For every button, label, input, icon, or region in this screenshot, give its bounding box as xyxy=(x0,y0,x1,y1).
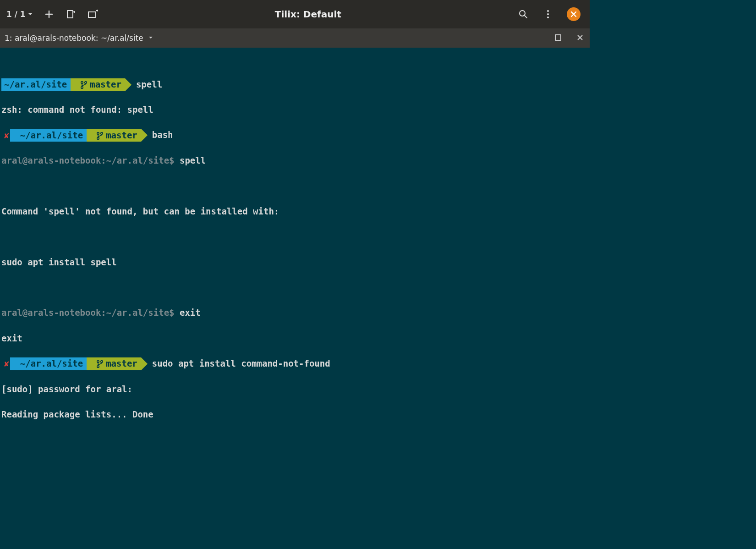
git-branch: master xyxy=(106,129,137,142)
svg-point-6 xyxy=(547,10,549,12)
cwd: ~/ar.al/site xyxy=(4,78,67,91)
maximize-terminal-button[interactable] xyxy=(555,33,561,44)
session-counter[interactable]: 1 / 1 xyxy=(6,9,33,20)
error-mark-icon: ✘ xyxy=(4,358,9,370)
bash-prompt-line: aral@arals-notebook:~/ar.al/site$ exit xyxy=(1,307,588,319)
terminal-tabbar: 1: aral@arals-notebook: ~/ar.al/site xyxy=(0,28,590,48)
add-terminal-down-button[interactable] xyxy=(65,8,77,20)
session-label: 1 / 1 xyxy=(6,9,26,20)
new-session-button[interactable] xyxy=(43,8,55,20)
bash-user: aral@arals-notebook xyxy=(1,155,101,165)
git-branch-icon xyxy=(81,78,87,91)
output-line: sudo apt install spell xyxy=(1,256,588,269)
app-header: 1 / 1 Tilix: Default xyxy=(0,0,590,28)
git-branch: master xyxy=(106,357,137,370)
cwd: ~/ar.al/site xyxy=(20,129,83,142)
close-terminal-button[interactable] xyxy=(577,33,583,44)
command: spell xyxy=(180,155,206,165)
output-line: Reading package lists... Done xyxy=(1,408,588,421)
svg-point-7 xyxy=(547,13,549,15)
bash-cwd: ~/ar.al/site xyxy=(106,307,169,318)
output-line: zsh: command not found: spell xyxy=(1,104,588,116)
close-window-button[interactable] xyxy=(567,7,581,21)
svg-rect-4 xyxy=(88,12,96,17)
command: sudo apt install command-not-found xyxy=(152,358,330,368)
output-line: [sudo] password for aral: xyxy=(1,383,588,396)
svg-rect-3 xyxy=(67,11,73,18)
command: spell xyxy=(136,79,162,89)
prompt-line: ✘~/ar.al/sitemastersudo apt install comm… xyxy=(1,357,588,370)
output-line: exit xyxy=(1,332,588,345)
menu-button[interactable] xyxy=(542,8,554,20)
svg-point-8 xyxy=(547,16,549,18)
prompt-line: ✘~/ar.al/sitemasterbash xyxy=(1,129,588,142)
terminal-viewport[interactable]: ~/ar.al/sitemasterspell zsh: command not… xyxy=(0,48,590,428)
terminal-tab-title: 1: aral@arals-notebook: ~/ar.al/site xyxy=(5,33,143,44)
svg-rect-9 xyxy=(555,35,561,40)
chevron-down-icon xyxy=(148,33,153,43)
output-line: Command 'spell' not found, but can be in… xyxy=(1,205,588,218)
command: bash xyxy=(152,130,173,140)
terminal-tab[interactable]: 1: aral@arals-notebook: ~/ar.al/site xyxy=(5,33,153,44)
bash-user: aral@arals-notebook xyxy=(1,307,101,318)
search-button[interactable] xyxy=(517,8,529,20)
error-mark-icon: ✘ xyxy=(4,130,9,142)
chevron-down-icon xyxy=(27,9,33,20)
git-branch: master xyxy=(90,78,121,91)
cwd: ~/ar.al/site xyxy=(20,357,83,370)
command: exit xyxy=(180,307,201,318)
prompt-line: ~/ar.al/sitemasterspell xyxy=(1,78,588,91)
bash-prompt-line: aral@arals-notebook:~/ar.al/site$ spell xyxy=(1,154,588,167)
bash-cwd: ~/ar.al/site xyxy=(106,155,169,165)
add-terminal-right-button[interactable] xyxy=(87,8,99,20)
git-branch-icon xyxy=(97,129,103,142)
window-title: Tilix: Default xyxy=(105,8,511,21)
svg-point-5 xyxy=(520,11,525,16)
git-branch-icon xyxy=(97,357,103,370)
